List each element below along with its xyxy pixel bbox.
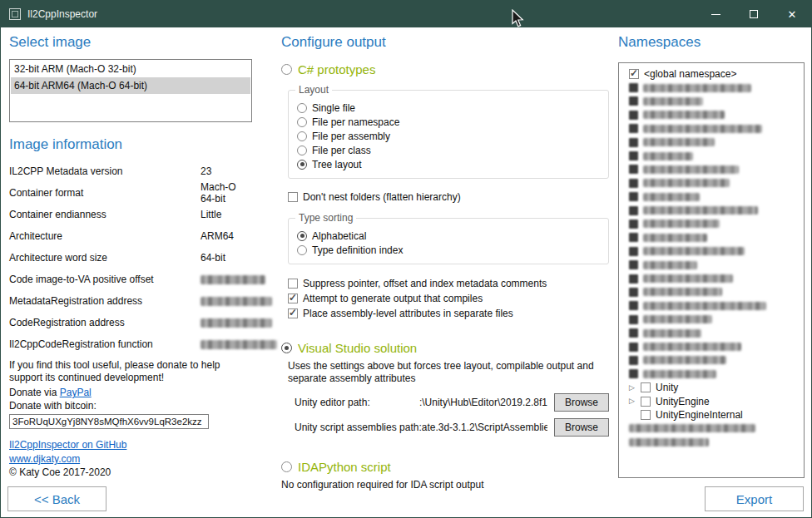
radio-option-label: File per class (312, 145, 371, 156)
namespace-item-redacted[interactable] (622, 108, 800, 121)
image-list-item[interactable]: 64-bit ARM64 (Mach-O 64-bit) (11, 77, 250, 94)
namespace-item-redacted[interactable] (622, 313, 800, 326)
redacted-namespace-label (643, 329, 701, 338)
radio-option[interactable]: File per assembly (297, 129, 600, 143)
namespace-item-redacted[interactable] (622, 299, 800, 313)
checkbox-option[interactable]: Place assembly-level attributes in separ… (288, 306, 609, 321)
namespace-item[interactable]: ▷UnityEngine (622, 394, 800, 407)
redacted-namespace-label (643, 97, 703, 106)
redacted-checkbox (629, 315, 638, 324)
radio-option[interactable]: File per class (297, 143, 600, 157)
expander-icon[interactable]: ▷ (629, 384, 636, 392)
radio-icon (297, 103, 307, 113)
redacted-checkbox (629, 356, 638, 365)
namespace-item-redacted[interactable] (622, 272, 800, 285)
namespace-item-redacted[interactable] (622, 353, 800, 367)
checkbox-option[interactable]: Suppress pointer, offset and index metad… (288, 276, 609, 291)
image-listbox[interactable]: 32-bit ARM (Mach-O 32-bit)64-bit ARM64 (… (9, 59, 252, 122)
redacted-checkbox (629, 96, 638, 106)
radio-option[interactable]: File per namespace (297, 115, 600, 129)
info-row: IL2CPP Metadata version 23 (9, 160, 252, 182)
redacted-namespace-label (643, 315, 712, 323)
namespace-item-redacted[interactable] (622, 244, 800, 258)
redacted-namespace-label (643, 193, 700, 201)
namespace-checkbox[interactable] (641, 382, 651, 392)
namespace-checkbox[interactable] (641, 410, 651, 420)
unity-editor-path-label: Unity editor path: (295, 397, 370, 408)
namespace-item-redacted[interactable] (622, 258, 800, 271)
namespace-item-redacted[interactable] (622, 163, 800, 176)
namespace-item-redacted[interactable] (622, 368, 800, 381)
maximize-button[interactable] (735, 1, 773, 27)
minimize-button[interactable] (696, 1, 735, 27)
image-list-item-label: 32-bit ARM (Mach-O 32-bit) (14, 63, 136, 75)
namespace-checkbox[interactable] (641, 397, 651, 407)
unity-script-path-value[interactable]: ate.3d-3.1.2\ScriptAssemblies (422, 422, 547, 433)
radio-option-label: Type definition index (312, 244, 403, 256)
export-button[interactable]: Export (705, 486, 804, 511)
checkbox-option[interactable]: Attempt to generate output that compiles (288, 291, 609, 306)
redacted-namespace-label (643, 152, 693, 160)
namespace-item-redacted[interactable] (622, 95, 800, 108)
namespace-item-redacted[interactable] (622, 204, 800, 217)
radio-option[interactable]: Alphabetical (297, 229, 600, 243)
expander-icon[interactable]: ▷ (629, 397, 636, 405)
namespace-item-redacted[interactable] (622, 176, 800, 190)
unity-script-path-row: Unity script assemblies path: ate.3d-3.1… (295, 418, 609, 437)
radio-option[interactable]: Type definition index (297, 243, 600, 257)
visual-studio-radio[interactable]: Visual Studio solution (281, 341, 609, 355)
redacted-checkbox (629, 111, 638, 120)
info-value: 64-bit (201, 252, 252, 264)
radio-option[interactable]: Tree layout (297, 157, 600, 171)
namespace-item[interactable]: ▷Unity (622, 381, 800, 394)
copyright-text: © Katy Coe 2017-2020 (9, 466, 252, 479)
namespace-item-redacted[interactable] (622, 136, 800, 149)
radio-option[interactable]: Single file (297, 101, 600, 115)
flatten-checkbox[interactable]: Don't nest folders (flatten hierarchy) (288, 190, 609, 205)
radio-icon (297, 231, 307, 241)
namespaces-heading: Namespaces (618, 34, 805, 51)
image-list-item[interactable]: 32-bit ARM (Mach-O 32-bit) (11, 61, 250, 77)
back-button[interactable]: << Back (7, 486, 106, 511)
namespace-item[interactable]: UnityEngineInternal (622, 408, 800, 422)
namespace-item-redacted[interactable] (622, 436, 800, 449)
namespace-item-redacted[interactable] (622, 326, 800, 339)
redacted-namespace-label (643, 370, 716, 378)
redacted-checkbox (629, 165, 638, 174)
github-link[interactable]: Il2CppInspector on GitHub (9, 439, 126, 451)
redacted-checkbox (629, 206, 638, 215)
paypal-link[interactable]: PayPal (60, 387, 92, 398)
layout-groupbox: Layout Single file File per namespace Fi… (288, 90, 609, 179)
namespace-item-redacted[interactable] (622, 285, 800, 298)
image-list-item-label: 64-bit ARM64 (Mach-O 64-bit) (14, 80, 147, 91)
title-bar[interactable]: Il2CppInspector ✕ (1, 1, 811, 27)
website-link[interactable]: www.djkaty.com (9, 453, 80, 465)
browse-editor-button[interactable]: Browse (554, 393, 609, 412)
redacted-checkbox (629, 151, 638, 160)
namespace-item-redacted[interactable] (622, 149, 800, 162)
namespace-item-redacted[interactable] (622, 190, 800, 204)
redacted-checkbox (629, 328, 638, 338)
namespace-item-redacted[interactable] (622, 122, 800, 136)
namespace-checkbox[interactable] (629, 69, 639, 79)
namespace-item-redacted[interactable] (622, 422, 800, 435)
redacted-namespace-label (643, 138, 715, 146)
type-sorting-group-title: Type sorting (295, 212, 356, 224)
namespace-item-redacted[interactable] (622, 217, 800, 230)
idapython-radio[interactable]: IDAPython script (281, 460, 609, 474)
namespace-item-redacted[interactable] (622, 231, 800, 244)
namespace-item-redacted[interactable] (622, 340, 800, 353)
bitcoin-address-input[interactable] (9, 414, 209, 429)
checkbox-option-label: Place assembly-level attributes in separ… (303, 308, 513, 319)
radio-icon (297, 245, 307, 255)
unity-editor-path-value[interactable]: :\Unity\Hub\Editor\2019.2.8f1 (370, 397, 547, 408)
namespace-item[interactable]: <global namespace> (622, 67, 800, 81)
info-row: MetadataRegistration address (9, 290, 252, 312)
namespaces-list[interactable]: <global namespace>▷Unity▷UnityEngineUnit… (618, 62, 805, 478)
csharp-prototypes-radio[interactable]: C# prototypes (281, 62, 609, 76)
redacted-checkbox (629, 369, 638, 378)
namespace-item-redacted[interactable] (622, 81, 800, 94)
close-button[interactable]: ✕ (773, 1, 811, 27)
redacted-checkbox (629, 260, 638, 269)
browse-assemblies-button[interactable]: Browse (554, 418, 609, 437)
